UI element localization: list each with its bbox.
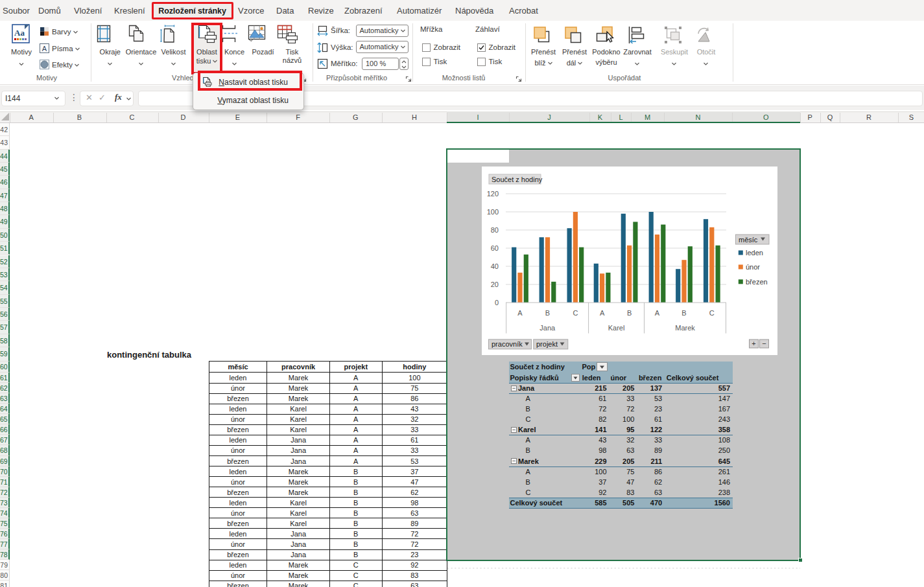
svg-text:A: A (42, 45, 47, 52)
svg-text:Aa: Aa (14, 28, 25, 38)
